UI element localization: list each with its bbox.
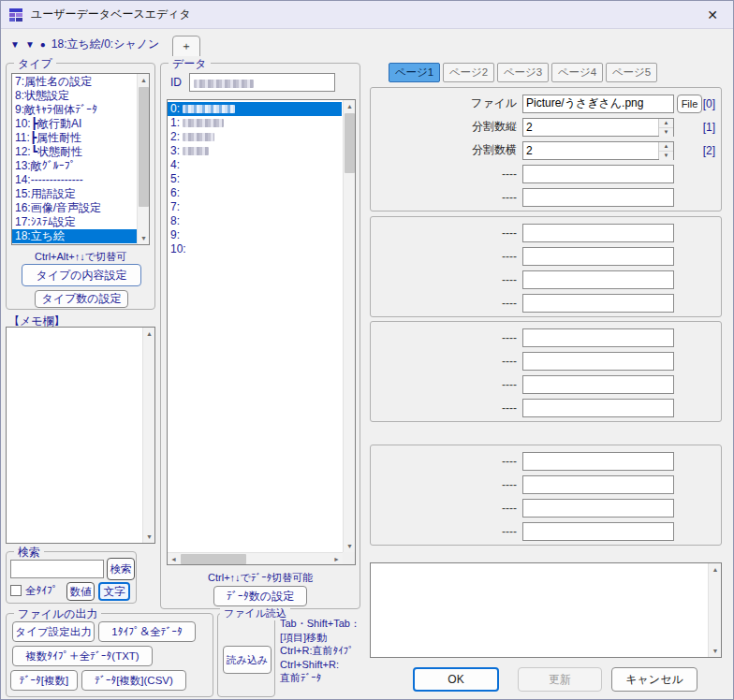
data-list-item[interactable]: 10: <box>168 242 342 256</box>
tab-page2[interactable]: ページ2 <box>443 63 494 82</box>
nav-next-icon[interactable]: ▼ <box>25 39 35 50</box>
empty-field-input[interactable] <box>522 328 674 347</box>
type-list-item[interactable]: 12:┗状態耐性 <box>12 145 137 159</box>
scroll-up-icon[interactable]: ▲ <box>709 563 722 576</box>
scroll-down-icon[interactable]: ▼ <box>138 232 150 244</box>
empty-field-input[interactable] <box>522 352 674 371</box>
type-content-settings-button[interactable]: タイプの内容設定 <box>22 264 141 286</box>
scrollbar-thumb[interactable] <box>345 113 355 173</box>
close-button[interactable]: ✕ <box>692 1 733 29</box>
type-list-item[interactable]: 16:画像/音声設定 <box>12 201 137 215</box>
spin-up-icon[interactable]: ▲ <box>659 142 673 152</box>
empty-field-input[interactable] <box>522 475 674 494</box>
id-input[interactable] <box>189 73 335 92</box>
type-list-item[interactable]: 13:敵ｸﾞﾙｰﾌﾟ <box>12 159 137 173</box>
cancel-button[interactable]: キャンセル <box>611 667 697 692</box>
type-list-item[interactable]: 14:-------------- <box>12 173 137 187</box>
data-multi-csv-button[interactable]: ﾃﾞｰﾀ[複数](CSV) <box>81 670 186 691</box>
empty-field-label: ---- <box>373 226 517 240</box>
spin-up-icon[interactable]: ▲ <box>659 119 673 128</box>
type-groupbox: タイプ 7:属性名の設定 8:状態設定 9:敵ｷｬﾗ個体ﾃﾞｰﾀ 10:┣敵行動… <box>6 63 155 310</box>
search-input[interactable] <box>10 560 104 578</box>
ok-button[interactable]: OK <box>413 667 499 692</box>
data-list-item[interactable]: 7: <box>168 200 342 214</box>
scroll-left-icon[interactable]: ◄ <box>168 553 180 565</box>
split-v-input[interactable] <box>522 118 674 137</box>
tab-page4[interactable]: ページ4 <box>551 63 603 82</box>
empty-field-input[interactable] <box>522 165 674 183</box>
empty-field-input[interactable] <box>522 188 674 207</box>
scrollbar-corner <box>343 552 355 564</box>
scroll-up-icon[interactable]: ▲ <box>344 100 356 112</box>
empty-field-input[interactable] <box>522 375 674 394</box>
empty-field-row: ---- <box>371 519 721 543</box>
empty-field-input[interactable] <box>522 270 674 289</box>
data-list-item[interactable]: 5: <box>168 172 342 186</box>
type-list-item[interactable]: 8:状態設定 <box>12 89 137 103</box>
empty-field-input[interactable] <box>522 399 674 417</box>
data-multi-button[interactable]: ﾃﾞｰﾀ[複数] <box>10 670 78 691</box>
type-list-item[interactable]: 11:┣属性耐性 <box>12 131 137 145</box>
one-type-all-data-button[interactable]: 1ﾀｲﾌﾟ＆全ﾃﾞｰﾀ <box>98 621 196 642</box>
empty-field-input[interactable] <box>522 452 674 471</box>
scroll-up-icon[interactable]: ▲ <box>138 74 150 86</box>
type-list-item[interactable]: 7:属性名の設定 <box>12 75 137 89</box>
scroll-down-icon[interactable]: ▼ <box>709 645 722 657</box>
data-list-item[interactable]: 3: <box>168 144 342 158</box>
tab-page3[interactable]: ページ3 <box>497 63 549 82</box>
type-list-item[interactable]: 17:ｼｽﾃﾑ設定 <box>12 215 137 229</box>
data-list-item[interactable]: 8: <box>168 214 342 228</box>
search-numeric-button[interactable]: 数値 <box>66 582 95 601</box>
data-list[interactable]: 0: 1: 2: 3: 4: 5: 6: 7: 8: 9: 10: ▲ ▼ ◄ <box>167 99 356 565</box>
type-list-item[interactable]: 9:敵ｷｬﾗ個体ﾃﾞｰﾀ <box>12 103 137 117</box>
split-h-input[interactable] <box>522 141 674 160</box>
data-list-vscrollbar[interactable]: ▲ ▼ <box>343 100 355 552</box>
type-count-settings-button[interactable]: タイプ数の設定 <box>35 290 128 308</box>
spin-down-icon[interactable]: ▼ <box>659 152 673 160</box>
tab-page1[interactable]: ページ1 <box>389 63 440 82</box>
load-button[interactable]: 読み込み <box>223 646 272 674</box>
type-list-item[interactable]: 10:┣敵行動AI <box>12 117 137 131</box>
scroll-right-icon[interactable]: ► <box>330 553 343 565</box>
scroll-up-icon[interactable]: ▲ <box>143 328 155 340</box>
empty-field-input[interactable] <box>522 522 674 541</box>
data-list-item-selected[interactable]: 0: <box>168 102 342 116</box>
nav-prev-icon[interactable]: ▼ <box>10 39 20 50</box>
file-browse-button[interactable]: File <box>677 95 702 113</box>
type-list-scrollbar[interactable]: ▲ ▼ <box>137 74 149 244</box>
tab-page5[interactable]: ページ5 <box>606 63 657 82</box>
type-list-item[interactable]: 15:用語設定 <box>12 187 137 201</box>
memo-textarea[interactable]: ▲ ▼ <box>6 327 155 544</box>
scrollbar-thumb[interactable] <box>139 87 149 207</box>
detail-scrollbar[interactable]: ▲ ▼ <box>708 563 721 657</box>
empty-field-input[interactable] <box>522 247 674 266</box>
empty-field-input[interactable] <box>522 294 674 313</box>
type-list-item-selected[interactable]: 18:立ち絵 <box>12 229 137 243</box>
multi-type-txt-button[interactable]: 複数ﾀｲﾌﾟ＋全ﾃﾞｰﾀ(TXT) <box>12 646 153 666</box>
empty-field-input[interactable] <box>522 499 674 518</box>
all-types-checkbox[interactable] <box>10 585 22 596</box>
scroll-down-icon[interactable]: ▼ <box>143 531 155 543</box>
data-count-settings-button[interactable]: ﾃﾞｰﾀ数の設定 <box>213 586 307 606</box>
data-list-item[interactable]: 4: <box>168 158 342 172</box>
scroll-down-icon[interactable]: ▼ <box>344 540 356 552</box>
type-setting-output-button[interactable]: タイプ設定出力 <box>12 621 95 642</box>
file-field-row: ファイル File [0] <box>371 92 721 115</box>
file-field-input[interactable] <box>522 95 674 113</box>
search-text-button[interactable]: 文字 <box>98 582 130 601</box>
empty-field-input[interactable] <box>522 224 674 242</box>
add-tab-button[interactable]: ＋ <box>172 36 200 57</box>
search-button[interactable]: 検索 <box>107 558 135 580</box>
spin-down-icon[interactable]: ▼ <box>659 128 673 137</box>
memo-scrollbar[interactable]: ▲ ▼ <box>142 328 154 543</box>
scrollbar-thumb[interactable] <box>181 554 246 564</box>
data-list-item[interactable]: 1: <box>168 116 342 130</box>
update-button[interactable]: 更新 <box>518 667 602 692</box>
data-list-hscrollbar[interactable]: ◄ ► <box>168 552 343 564</box>
type-list[interactable]: 7:属性名の設定 8:状態設定 9:敵ｷｬﾗ個体ﾃﾞｰﾀ 10:┣敵行動AI 1… <box>11 73 150 245</box>
data-list-item[interactable]: 9: <box>168 228 342 242</box>
record-navigator: ▼ ▼ ● 18:立ち絵/0:シャノン <box>10 36 159 52</box>
data-list-item[interactable]: 2: <box>168 130 342 144</box>
data-list-item[interactable]: 6: <box>168 186 342 200</box>
detail-textarea[interactable]: ▲ ▼ <box>370 562 722 658</box>
